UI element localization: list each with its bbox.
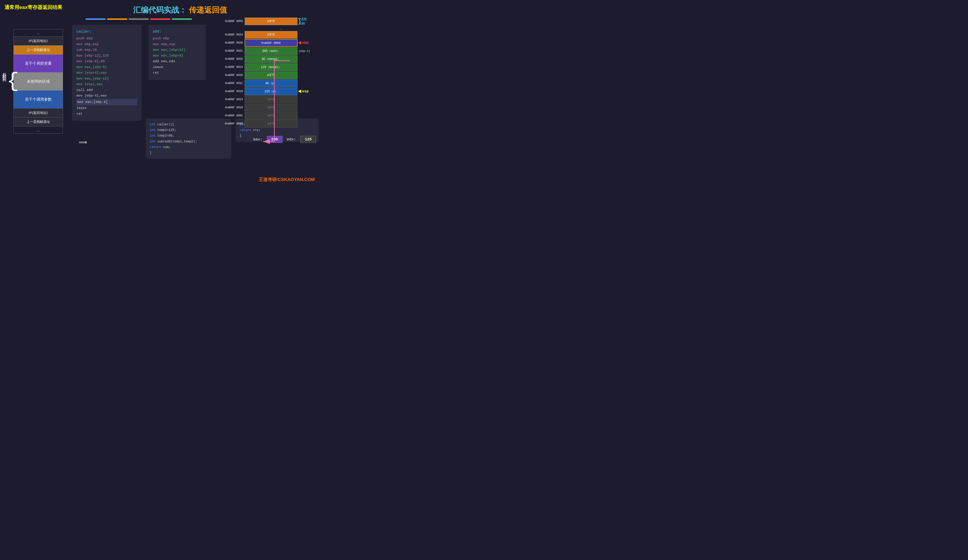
color-bar-gray [129,18,149,20]
edx-value: 125 [300,136,316,143]
mem-ebp-label: ◄ ebp [297,40,318,46]
stack-call-params: 若干个调用参数 [13,90,63,108]
add-asm-line-4: mov edx,[ebp+8] [153,53,201,59]
mem-cell-001c: 80（y） [245,79,297,87]
title: 汇编代码实战： 传递返回值 [133,5,227,15]
asm-line-14: ret [76,111,137,117]
mem-addr-0014: 0xA00F 0014 [219,98,245,101]
asm-line-4: mov [ebp-12],125 [76,53,137,59]
mem-addr-0058: 0xA00F 0058 [219,20,245,23]
c-caller-panel: int caller(){ int temp1=125; int temp2=8… [146,119,231,159]
eax-label: eax: [253,137,262,142]
color-bars [85,18,192,20]
mem-row-0028: 0xA00F 0028 80（temp2） [219,55,318,63]
color-bar-orange [107,18,127,20]
add-label: add: [153,29,201,35]
stack-ip-return: IP(返回地址) [13,36,63,45]
mem-addr-0034: 0xA00F 0034 [219,33,245,36]
asm-line-8: mov eax,[ebp-12] [76,76,137,82]
stack-prev-base: 上一层栈帧基址 [13,45,63,55]
asm-line-9: mov [esp],eax [76,81,137,88]
stack-brace-region: { 若干个局部变量 未使用的区域 若干个调用参数 [13,55,63,108]
c-add-line-2: return x+y; [240,127,315,133]
mem-addr-002c: 0xA00F 002C [219,50,245,53]
asm-line-7: mov [esp+4],eax [76,70,137,76]
mem-row-0034: 0xA00F 0034 4字节 [219,31,318,39]
mem-cell-0034: 4字节 [245,31,297,39]
add-asm-panel: add: push ebp mov ebp,esp mov eax,[ebp+1… [148,25,206,80]
asm-line-10: call add [76,88,137,93]
add-asm-line-6: leave [153,64,201,70]
mem-row-0018: 0xA00F 0018 125（x） ◄ esp [219,88,318,95]
mem-cell-002c: 205（sum） [245,47,297,55]
stack-label: 栈帧结构 [2,69,7,77]
stack-dots-bottom: … [13,126,63,134]
c-caller-line-2: int temp1=125; [150,127,227,133]
mem-row-0010: 0xA00F 0010 4字节 [219,104,318,111]
caller-asm-panel: caller: push ebp mov ebp,esp sub esp,24 … [72,25,142,121]
asm-line-5: mov [ebp-8],80 [76,59,137,64]
c-caller-line-1: int caller(){ [150,122,227,127]
title-zh: 汇编代码实战： [133,6,187,14]
ebp4-label: [ebp-4] [297,49,318,53]
mem-row-0008: 0xA00F 0008 4字节 [219,120,318,127]
mem-row-0020: 0xA00F 0020 4字节 [219,71,318,79]
c-caller-line-5: return sum; [150,144,227,150]
asm-line-1: push ebp [76,36,137,41]
mem-row-0030: 0xA00F 0030 0xA00F 0058 ◄ ebp [219,39,318,47]
mem-addr-0010: 0xA00F 0010 [219,106,245,109]
color-bar-red [150,18,171,20]
stack-local-vars: 若干个局部变量 [13,55,63,72]
edx-label: edx: [287,137,296,142]
stack-prev-base2: 上一层栈帧基址 [13,117,63,126]
p-frame-label: P函数栈帧 } [297,17,318,26]
mem-addr-0018: 0xA00F 0018 [219,90,245,93]
caller-label: caller: [76,29,137,35]
top-note: 通常用eax寄存器返回结果 [5,4,62,11]
stack-unused: 未使用的区域 [13,72,63,90]
mem-addr-0020: 0xA00F 0020 [219,74,245,77]
color-bar-green [172,18,192,20]
stack-dots-top: … [13,29,63,36]
title-highlight: 传递返回值 [189,6,227,14]
mem-addr-0008: 0xA00F 0008 [219,122,245,126]
add-asm-line-1: push ebp [153,36,201,41]
mem-cell-0010: 4字节 [245,104,297,111]
slide: 通常用eax寄存器返回结果 汇编代码实战： 传递返回值 栈帧结构 … IP(返回… [0,0,323,187]
mem-cell-0018: 125（x） [245,88,297,95]
c-caller-line-3: int temp2=80; [150,133,227,139]
mem-row-0014: 0xA00F 0014 4字节 [219,96,318,103]
asm-line-12-highlighted: mov eax,[ebp-4] [76,99,137,106]
mem-addr-0030: 0xA00F 0030 [219,41,245,45]
add-asm-line-3: mov eax,[ebp+12] [153,47,201,53]
stack-frame: … IP(返回地址) 上一层栈帧基址 { 若干个局部变量 未使用的区域 若干个调… [13,29,63,134]
mem-row-top-header: 0xA00F 0058 4字节 P函数栈帧 } [219,17,318,26]
mem-cell-0030: 0xA00F 0058 [245,39,297,47]
c-caller-line-6: } [150,150,227,156]
mem-dots-top: … [245,26,318,31]
mem-esp-label: ◄ esp [297,88,318,95]
memory-map: 0xA00F 0058 4字节 P函数栈帧 } … 0xA00F 0034 4字… [219,17,318,128]
mem-addr-001c: 0xA00F 001C [219,82,245,85]
mem-cell-0028: 80（temp2） [245,55,297,63]
asm-line-3: sub esp,24 [76,47,137,53]
asm-line-13: leave [76,105,137,111]
watermark: 王道考研/CSKAOYAN.COM [259,177,315,183]
c-caller-line-4: int sum=add(temp1,temp2); [150,139,227,144]
asm-line-6: mov eax,[ebp-8] [76,64,137,70]
add-asm-line-7: ret [153,70,201,76]
mem-addr-000c: 0xA00F 000C [219,114,245,117]
mem-cell-000c: 4字节 [245,112,297,119]
stack-brace: { [7,71,19,91]
asm-line-2: mov ebp,esp [76,41,137,47]
mem-addr-0024: 0xA00F 0024 [219,66,245,69]
mem-row-001c: 0xA00F 001C 80（y） [219,79,318,87]
eax-value: 205 [267,136,282,143]
add-asm-line-5: add eax,edx [153,59,201,64]
register-row: eax: 205 edx: 125 [253,136,316,143]
stack-ip-return2: IP(返回地址) [13,108,63,117]
mem-row-0024: 0xA00F 0024 125（temp1） [219,63,318,71]
arrow-indicator: ⟹ [79,139,87,146]
mem-cell-0020: 4字节 [245,71,297,79]
asm-line-11: mov [ebp-4],eax [76,93,137,99]
